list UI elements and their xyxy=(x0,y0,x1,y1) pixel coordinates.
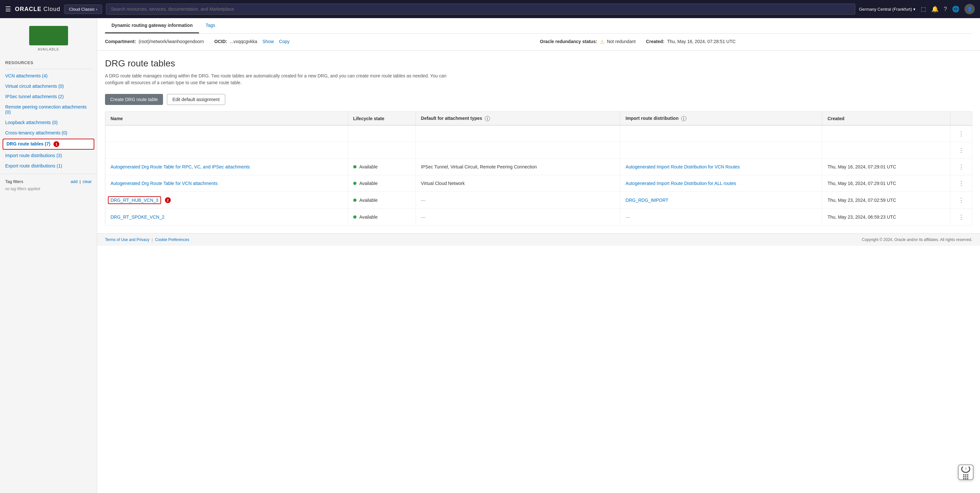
th-lifecycle: Lifecycle state xyxy=(348,112,415,126)
bell-icon[interactable]: 🔔 xyxy=(931,5,939,13)
app-body: AVAILABLE Resources VCN attachments (4) … xyxy=(0,18,980,493)
row-name-cell: Autogenerated Drg Route Table for VCN at… xyxy=(105,175,348,192)
drg-description: A DRG route table manages routing within… xyxy=(105,73,461,86)
detail-info-row-2: Oracle redundancy status: ⚠ Not redundan… xyxy=(540,39,972,45)
terms-link[interactable]: Terms of Use and Privacy xyxy=(105,238,150,242)
drg-route-tables-section: DRG route tables A DRG route table manag… xyxy=(97,51,980,233)
row-action-menu[interactable]: ⋮ xyxy=(956,146,967,155)
detail-info: Compartment: (root)/network/iwanhoogendo… xyxy=(105,34,972,50)
route-table-name-link[interactable]: DRG_RT_SPOKE_VCN_2 xyxy=(110,214,164,220)
row-default-attachment-cell: — xyxy=(415,209,620,225)
tag-filters-label: Tag filters xyxy=(5,179,23,184)
empty-cell xyxy=(105,125,348,142)
search-input[interactable] xyxy=(106,3,855,14)
sidebar-item-remote-peering[interactable]: Remote peering connection attachments (0… xyxy=(0,102,97,117)
empty-cell xyxy=(822,142,950,159)
drg-route-tables-badge: 1 xyxy=(54,141,59,147)
cloud-classic-button[interactable]: Cloud Classic › xyxy=(64,5,102,14)
help-icon[interactable]: ? xyxy=(944,6,947,13)
empty-cell xyxy=(415,125,620,142)
row-name-cell: Autogenerated Drg Route Table for RPC, V… xyxy=(105,159,348,175)
tab-tags[interactable]: Tags xyxy=(199,18,222,33)
region-selector[interactable]: Germany Central (Frankfurt) ▾ xyxy=(859,7,915,12)
row-created-cell: Thu, May 16, 2024, 07:29:01 UTC xyxy=(822,159,950,175)
empty-cell xyxy=(348,142,415,159)
import-dist-info-icon[interactable]: i xyxy=(681,116,686,121)
empty-cell xyxy=(105,142,348,159)
empty-cell xyxy=(822,125,950,142)
console-icon[interactable]: ⬚ xyxy=(921,5,926,13)
edit-default-assignment-button[interactable]: Edit default assignment xyxy=(167,94,225,105)
empty-cell xyxy=(348,125,415,142)
sidebar-item-import-route[interactable]: Import route distributions (3) xyxy=(0,150,97,161)
th-default-attachment: Default for attachment types i xyxy=(415,112,620,126)
row-action-menu[interactable]: ⋮ xyxy=(956,162,967,171)
route-table-name-link[interactable]: DRG_RT_HUB_VCN_3 xyxy=(110,198,159,203)
lifecycle-text: Available xyxy=(360,164,378,170)
row-import-dist-cell: DRG_RDG_IMPORT xyxy=(620,192,822,209)
help-widget-ring: ? xyxy=(961,465,970,473)
th-actions xyxy=(950,112,972,126)
row-import-dist-cell: Autogenerated Import Route Distribution … xyxy=(620,175,822,192)
sidebar-logo-area: AVAILABLE xyxy=(0,23,97,56)
help-widget[interactable]: ? xyxy=(958,464,974,480)
compartment-item: Compartment: (root)/network/iwanhoogendo… xyxy=(105,39,204,45)
sidebar-item-loopback[interactable]: Loopback attachments (0) xyxy=(0,117,97,128)
cookie-preferences-link[interactable]: Cookie Preferences xyxy=(155,238,189,242)
row-action-menu[interactable]: ⋮ xyxy=(956,129,967,138)
default-attachment-info-icon[interactable]: i xyxy=(485,116,490,121)
ocid-show-link[interactable]: Show xyxy=(262,39,274,44)
row-default-attachment-cell: IPSec Tunnel, Virtual Circuit, Remote Pe… xyxy=(415,159,620,175)
sidebar-item-vcn-attachments[interactable]: VCN attachments (4) xyxy=(0,71,97,81)
row-import-dist-cell: — xyxy=(620,209,822,225)
sidebar: AVAILABLE Resources VCN attachments (4) … xyxy=(0,18,97,493)
sidebar-item-export-route[interactable]: Export route distributions (1) xyxy=(0,161,97,171)
row-lifecycle-cell: Available xyxy=(348,175,415,192)
empty-cell xyxy=(620,125,822,142)
created-value: Thu, May 16, 2024, 07:28:51 UTC xyxy=(667,39,736,44)
import-dist-link[interactable]: Autogenerated Import Route Distribution … xyxy=(625,164,740,170)
row-action-menu[interactable]: ⋮ xyxy=(956,212,967,222)
avatar[interactable]: 👤 xyxy=(964,4,975,14)
tag-filters-header: Tag filters add | clear xyxy=(5,179,92,184)
row-action-menu[interactable]: ⋮ xyxy=(956,196,967,205)
drg-section-title: DRG route tables xyxy=(105,58,972,69)
sidebar-item-drg-route-tables[interactable]: DRG route tables (7) 1 xyxy=(3,139,94,150)
tag-add-link[interactable]: add xyxy=(71,179,78,184)
available-label: AVAILABLE xyxy=(38,47,59,51)
import-dist-link[interactable]: Autogenerated Import Route Distribution … xyxy=(625,181,736,186)
row-action-menu[interactable]: ⋮ xyxy=(956,179,967,188)
import-dist-link[interactable]: DRG_RDG_IMPORT xyxy=(625,198,668,203)
row-lifecycle-cell: Available xyxy=(348,159,415,175)
top-navigation: ☰ ORACLE Cloud Cloud Classic › Germany C… xyxy=(0,0,980,18)
tag-clear-link[interactable]: clear xyxy=(83,179,92,184)
ocid-value: ...vxqqcgvkka xyxy=(230,39,257,44)
tag-no-filters-message: no tag filters applied xyxy=(5,187,92,191)
hamburger-menu-icon[interactable]: ☰ xyxy=(5,5,11,13)
ocid-copy-link[interactable]: Copy xyxy=(279,39,290,44)
route-table-name-link[interactable]: Autogenerated Drg Route Table for VCN at… xyxy=(110,181,218,186)
sidebar-item-cross-tenancy[interactable]: Cross-tenancy attachments (0) xyxy=(0,128,97,138)
row-action-cell: ⋮ xyxy=(950,159,972,175)
tag-separator: | xyxy=(80,179,80,184)
status-available-dot xyxy=(353,198,356,202)
globe-icon[interactable]: 🌐 xyxy=(952,5,959,13)
tag-filters-actions: add | clear xyxy=(71,179,92,184)
empty-action-cell: ⋮ xyxy=(950,142,972,159)
sidebar-item-virtual-circuit[interactable]: Virtual circuit attachments (0) xyxy=(0,81,97,91)
ocid-label: OCID: xyxy=(214,39,227,44)
th-created: Created xyxy=(822,112,950,126)
detail-info-row-1: Compartment: (root)/network/iwanhoogendo… xyxy=(105,39,537,45)
redundancy-item: Oracle redundancy status: ⚠ Not redundan… xyxy=(540,39,635,45)
row-name-cell: DRG_RT_SPOKE_VCN_2 xyxy=(105,209,348,225)
create-drg-route-table-button[interactable]: Create DRG route table xyxy=(105,94,163,105)
sidebar-item-ipsec[interactable]: IPSec tunnel attachments (2) xyxy=(0,91,97,102)
detail-tabs: Dynamic routing gateway information Tags xyxy=(105,18,972,34)
row-created-cell: Thu, May 16, 2024, 07:29:01 UTC xyxy=(822,175,950,192)
row-action-cell: ⋮ xyxy=(950,209,972,225)
tab-drg-info[interactable]: Dynamic routing gateway information xyxy=(105,18,199,33)
row-lifecycle-cell: Available xyxy=(348,192,415,209)
route-table-name-link[interactable]: Autogenerated Drg Route Table for RPC, V… xyxy=(110,164,250,170)
topnav-right: Germany Central (Frankfurt) ▾ ⬚ 🔔 ? 🌐 👤 xyxy=(859,4,975,14)
drg-actions: Create DRG route table Edit default assi… xyxy=(105,94,972,105)
